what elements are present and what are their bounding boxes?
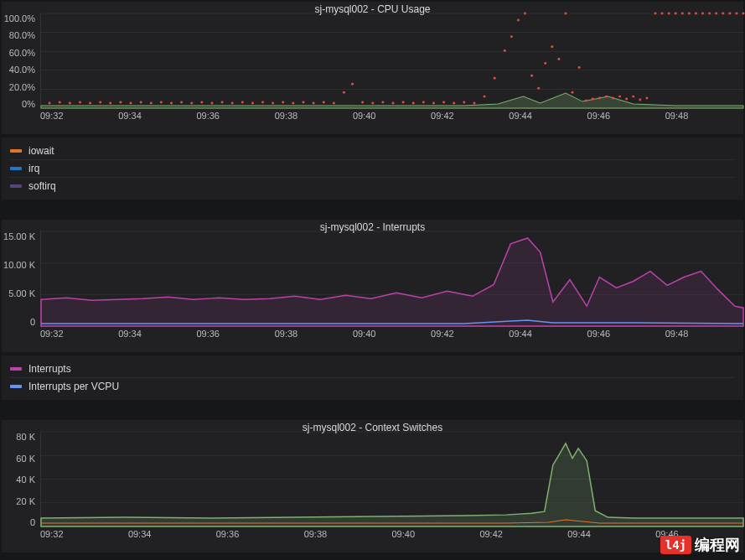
svg-point-48: [473, 102, 475, 105]
x-axis: 09:32 09:34 09:36 09:38 09:40 09:42 09:4…: [2, 111, 743, 121]
svg-point-73: [654, 13, 656, 15]
panel-cpu-usage: sj-mysql002 - CPU Usage 100.0% 80.0% 60.…: [2, 2, 743, 134]
svg-point-82: [715, 13, 717, 15]
legend-item[interactable]: Interrupts: [10, 360, 735, 378]
row-collapse-toggle[interactable]: [0, 200, 745, 218]
svg-point-46: [453, 102, 455, 105]
svg-point-34: [333, 102, 335, 105]
svg-point-49: [484, 96, 486, 98]
plot-area[interactable]: [40, 231, 743, 327]
svg-point-60: [564, 13, 567, 15]
svg-point-55: [530, 75, 533, 77]
svg-point-18: [170, 102, 173, 105]
x-tick: 09:44: [509, 329, 587, 339]
svg-point-43: [422, 101, 425, 104]
y-tick: 60.0%: [2, 48, 35, 58]
y-tick: 80.0%: [2, 30, 35, 40]
svg-point-29: [282, 101, 284, 104]
legend-item[interactable]: iowait: [10, 143, 735, 160]
x-tick: 09:36: [196, 111, 274, 121]
svg-point-58: [551, 45, 553, 48]
row-collapse-toggle[interactable]: [0, 400, 745, 418]
y-tick: 40 K: [2, 474, 35, 485]
x-tick: 09:40: [353, 329, 431, 339]
svg-point-68: [618, 96, 621, 98]
svg-point-25: [241, 101, 244, 104]
svg-point-13: [119, 101, 122, 104]
svg-point-72: [645, 97, 648, 100]
svg-point-40: [391, 102, 394, 105]
svg-point-61: [572, 91, 574, 94]
x-tick: 09:48: [665, 329, 743, 339]
y-axis: 80 K 60 K 40 K 20 K 0: [2, 432, 40, 527]
svg-point-47: [463, 101, 465, 104]
svg-point-71: [639, 99, 641, 101]
svg-point-27: [261, 101, 264, 104]
legend-interrupts: Interrupts Interrupts per VCPU: [2, 355, 743, 400]
svg-point-52: [510, 35, 513, 38]
x-tick: 09:34: [128, 529, 216, 539]
plot-area[interactable]: [40, 432, 743, 527]
panel-title[interactable]: sj-mysql002 - Context Switches: [303, 422, 442, 433]
svg-point-76: [675, 13, 677, 15]
svg-point-24: [231, 102, 234, 105]
panel-title[interactable]: sj-mysql002 - Interrupts: [320, 221, 425, 233]
panel-interrupts: sj-mysql002 - Interrupts 15.00 K 10.00 K…: [2, 220, 743, 352]
y-axis: 100.0% 80.0% 60.0% 40.0% 20.0% 0%: [2, 13, 40, 109]
svg-point-64: [592, 98, 594, 101]
svg-point-57: [544, 62, 546, 65]
x-tick: 09:42: [431, 111, 509, 121]
legend-swatch: [10, 367, 22, 371]
legend-item[interactable]: Interrupts per VCPU: [10, 378, 735, 395]
svg-point-79: [695, 13, 697, 15]
x-tick: 09:34: [118, 111, 196, 121]
panel-title[interactable]: sj-mysql002 - CPU Usage: [314, 3, 430, 15]
svg-point-77: [681, 13, 684, 15]
svg-point-15: [140, 101, 142, 104]
svg-point-8: [69, 102, 71, 105]
svg-point-54: [524, 13, 526, 15]
legend-label: softirq: [28, 180, 56, 192]
x-tick: 09:40: [392, 529, 480, 539]
x-tick: 09:38: [275, 329, 353, 339]
svg-point-75: [668, 13, 670, 15]
x-tick: 09:38: [304, 529, 392, 539]
svg-point-62: [578, 66, 581, 69]
legend-label: irq: [28, 163, 39, 174]
svg-point-44: [432, 102, 435, 105]
legend-swatch: [10, 149, 22, 153]
legend-item[interactable]: irq: [10, 160, 735, 178]
plot-area[interactable]: [40, 13, 743, 109]
x-tick: 09:36: [196, 329, 274, 339]
watermark: l4j 编程网: [660, 535, 740, 555]
y-tick: 0: [2, 317, 35, 327]
x-tick: 09:46: [587, 329, 665, 339]
legend-item[interactable]: softirq: [10, 178, 735, 194]
legend-cpu: iowait irq softirq: [2, 137, 743, 200]
svg-point-69: [625, 98, 628, 101]
x-tick: 09:32: [40, 329, 118, 339]
svg-point-28: [272, 102, 274, 105]
x-tick: 09:34: [118, 329, 196, 339]
svg-point-80: [701, 13, 704, 15]
panel-context-switches: sj-mysql002 - Context Switches 80 K 60 K…: [2, 420, 743, 552]
svg-point-56: [537, 87, 540, 90]
svg-point-33: [323, 101, 325, 104]
svg-point-86: [742, 13, 744, 15]
x-tick: 09:40: [353, 111, 431, 121]
legend-label: iowait: [28, 145, 54, 157]
svg-point-83: [722, 13, 724, 15]
svg-point-26: [251, 102, 254, 105]
legend-swatch: [10, 184, 22, 188]
svg-point-22: [210, 102, 213, 105]
svg-point-16: [150, 102, 153, 105]
svg-point-81: [708, 13, 711, 15]
y-axis: 15.00 K 10.00 K 5.00 K 0: [2, 231, 40, 327]
svg-point-70: [632, 96, 634, 98]
y-tick: 5.00 K: [2, 288, 35, 298]
x-tick: 09:38: [275, 111, 353, 121]
x-tick: 09:48: [665, 111, 743, 121]
watermark-text: 编程网: [695, 535, 740, 555]
x-tick: 09:32: [40, 111, 118, 121]
svg-point-36: [351, 83, 354, 86]
